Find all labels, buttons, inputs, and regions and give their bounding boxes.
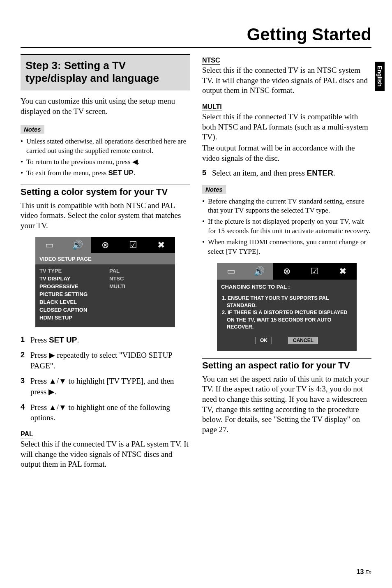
section-aspect-ratio: Setting an aspect ratio for your TV xyxy=(202,358,371,371)
steps-list: Press SET UP. Press ▶ repeatedly to sele… xyxy=(21,335,190,423)
panel-message: 1. ENSURE THAT YOUR TV SUPPORTS PAL STAN… xyxy=(217,292,357,335)
color-system-body: This unit is compatible with both NTSC a… xyxy=(21,201,190,231)
video-setup-panel: ▭ 🔊 ⊗ ☑ ✖ VIDEO SETUP PAGE TV TYPEPAL TV… xyxy=(35,237,175,327)
page-number-lang: En xyxy=(365,569,371,575)
panel-buttons: OK CANCEL xyxy=(217,335,357,345)
panel-row-value: PAL xyxy=(109,268,120,274)
panel-row: HDMI SETUP xyxy=(39,314,171,322)
step-item: Press ▲/▼ to highlight [TV TYPE], and th… xyxy=(21,376,190,397)
note-item: Before changing the current TV standard … xyxy=(202,197,371,216)
panel-row: PICTURE SETTING xyxy=(39,290,171,298)
panel-row-label: BLACK LEVEL xyxy=(39,299,109,305)
tab-disc-icon: ⊗ xyxy=(91,237,119,253)
tab-close-icon: ✖ xyxy=(329,263,357,280)
option-pal-body: Select this if the connected TV is a PAL… xyxy=(21,439,190,470)
panel-row-label: TV DISPLAY xyxy=(39,275,109,282)
panel-tabs: ▭ 🔊 ⊗ ☑ ✖ xyxy=(35,237,175,253)
note-item: If the picture is not displayed properly… xyxy=(202,217,371,236)
step-5: Select an item, and then press ENTER. xyxy=(202,169,371,178)
tab-disc-icon: ⊗ xyxy=(273,263,301,280)
tab-check-icon: ☑ xyxy=(119,237,147,253)
panel-msg-line: 2. IF THERE IS A DISTORTED PICTURE DISPL… xyxy=(222,309,352,331)
panel-subtitle: VIDEO SETUP PAGE xyxy=(35,253,175,264)
panel-row-value: MULTI xyxy=(109,283,125,289)
panel-row: BLACK LEVEL xyxy=(39,298,171,306)
tab-close-icon: ✖ xyxy=(147,237,175,253)
aspect-ratio-body: You can set the aspect ratio of this uni… xyxy=(202,374,371,435)
section-color-system: Setting a color system for your TV xyxy=(21,185,190,197)
ok-button[interactable]: OK xyxy=(256,337,272,344)
notes-list-2: Before changing the current TV standard … xyxy=(202,197,371,257)
notes-label: Notes xyxy=(21,125,44,134)
tab-check-icon: ☑ xyxy=(301,263,329,280)
cancel-button[interactable]: CANCEL xyxy=(288,337,318,344)
step-heading-box: Step 3: Setting a TV type/display and la… xyxy=(21,54,190,90)
panel-row-value: NTSC xyxy=(109,275,124,282)
panel-row-label: TV TYPE xyxy=(39,268,109,274)
page-title: Getting Started xyxy=(21,25,371,48)
step-item: Press ▲/▼ to highlight one of the follow… xyxy=(21,402,190,423)
intro-paragraph: You can customize this unit using the se… xyxy=(21,96,190,116)
step-item: Press SET UP. xyxy=(21,335,190,345)
language-tab: English xyxy=(375,62,385,91)
left-column: Step 3: Setting a TV type/display and la… xyxy=(21,54,190,475)
step-heading: Step 3: Setting a TV type/display and la… xyxy=(25,59,185,85)
right-column: NTSC Select this if the connected TV is … xyxy=(202,54,371,475)
panel-row-label: PICTURE SETTING xyxy=(39,291,109,297)
tab-display-icon: ▭ xyxy=(35,237,63,253)
panel-row: PROGRESSIVEMULTI xyxy=(39,282,171,290)
panel-row-label: HDMI SETUP xyxy=(39,315,109,321)
notes-list-1: Unless stated otherwise, all operations … xyxy=(21,137,190,178)
panel-msg-line: 1. ENSURE THAT YOUR TV SUPPORTS PAL STAN… xyxy=(222,295,352,309)
panel-tabs: ▭ 🔊 ⊗ ☑ ✖ xyxy=(217,263,357,280)
option-multi-heading: MULTI xyxy=(202,103,222,111)
panel-row-label: CLOSED CAPTION xyxy=(39,307,109,313)
tab-speaker-icon: 🔊 xyxy=(245,263,273,280)
option-multi-body1: Select this if the connected TV is compa… xyxy=(202,112,371,142)
panel-row: TV TYPEPAL xyxy=(39,267,171,275)
option-multi-body2: The output format will be in accordance … xyxy=(202,143,371,163)
tab-display-icon: ▭ xyxy=(217,263,245,280)
note-item: Unless stated otherwise, all operations … xyxy=(21,137,190,156)
notes-label: Notes xyxy=(202,185,226,194)
note-item: When making HDMI connections, you cannot… xyxy=(202,238,371,257)
option-pal-heading: PAL xyxy=(21,431,33,438)
panel-row: CLOSED CAPTION xyxy=(39,306,171,314)
page-number: 13 En xyxy=(357,568,371,576)
panel-row: TV DISPLAYNTSC xyxy=(39,275,171,282)
changing-ntsc-panel: ▭ 🔊 ⊗ ☑ ✖ CHANGING NTSC TO PAL : 1. ENSU… xyxy=(217,263,357,351)
panel-row-label: PROGRESSIVE xyxy=(39,283,109,289)
page-number-value: 13 xyxy=(357,568,364,575)
option-ntsc-heading: NTSC xyxy=(202,57,220,65)
note-item: To return to the previous menu, press ◀. xyxy=(21,157,190,167)
step-item: Press ▶ repeatedly to select "VIDEO SETU… xyxy=(21,350,190,371)
option-ntsc-body: Select this if the connected TV is an NT… xyxy=(202,65,371,96)
note-item: To exit from the menu, press SET UP. xyxy=(21,169,190,178)
panel-subtitle: CHANGING NTSC TO PAL : xyxy=(217,280,357,292)
tab-speaker-icon: 🔊 xyxy=(63,237,91,253)
